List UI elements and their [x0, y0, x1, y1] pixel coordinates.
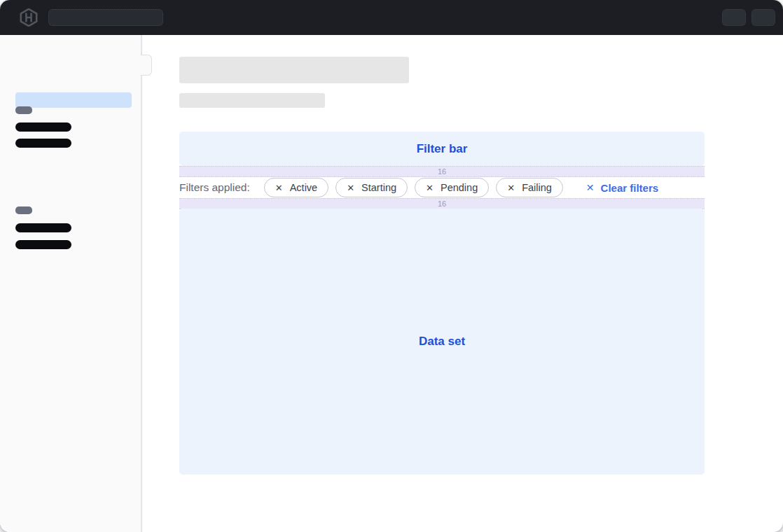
- dismiss-x-icon: ✕: [586, 183, 595, 192]
- spacing-annotation-16-bottom: 16: [179, 198, 705, 209]
- filter-chip-pending[interactable]: ✕ Pending: [415, 178, 489, 197]
- data-set-region: Data set: [179, 209, 705, 475]
- sidebar-section-label-placeholder-1: [15, 106, 32, 114]
- spacing-value: 16: [438, 200, 446, 208]
- sidebar-item-placeholder-1[interactable]: [15, 122, 71, 132]
- applied-filters-row: Filters applied: ✕ Active ✕ Starting ✕ P…: [179, 177, 705, 198]
- spacing-annotation-16-top: 16: [179, 166, 705, 177]
- topbar-button-placeholder-1[interactable]: [722, 9, 746, 26]
- topbar-button-placeholder-2[interactable]: [751, 9, 775, 26]
- filter-chip-label: Starting: [361, 182, 396, 193]
- filter-chip-active[interactable]: ✕ Active: [264, 178, 328, 197]
- filter-chip-label: Active: [290, 182, 318, 193]
- dismiss-x-icon[interactable]: ✕: [347, 183, 354, 192]
- filter-chip-label: Failing: [522, 182, 552, 193]
- app-window: Filter bar 16 Filters applied: ✕ Active …: [0, 0, 783, 532]
- filter-chip-starting[interactable]: ✕ Starting: [335, 178, 408, 197]
- filters-applied-label: Filters applied:: [179, 181, 250, 194]
- search-input-placeholder[interactable]: [48, 9, 163, 26]
- filter-bar-label: Filter bar: [417, 142, 468, 156]
- filter-chip-failing[interactable]: ✕ Failing: [496, 178, 563, 197]
- dismiss-x-icon[interactable]: ✕: [507, 183, 515, 192]
- sidebar: [0, 35, 142, 532]
- hashicorp-logo-icon: [20, 8, 38, 27]
- sidebar-item-placeholder-3[interactable]: [15, 223, 71, 232]
- sidebar-toggle-handle[interactable]: [141, 55, 152, 76]
- page-title-placeholder: [179, 57, 409, 83]
- sidebar-section-label-placeholder-2: [15, 206, 32, 214]
- clear-filters-link[interactable]: ✕ Clear filters: [586, 182, 658, 194]
- dismiss-x-icon[interactable]: ✕: [426, 183, 434, 192]
- clear-filters-label: Clear filters: [601, 182, 659, 194]
- topbar: [0, 0, 783, 35]
- sidebar-item-placeholder-4[interactable]: [15, 240, 71, 249]
- data-set-label: Data set: [419, 335, 465, 349]
- dismiss-x-icon[interactable]: ✕: [275, 183, 283, 192]
- page-subtitle-placeholder: [179, 93, 325, 108]
- spacing-value: 16: [438, 168, 446, 176]
- filter-bar-region: Filter bar: [179, 132, 705, 166]
- filter-chip-label: Pending: [441, 182, 478, 193]
- sidebar-active-item-placeholder[interactable]: [15, 92, 132, 108]
- sidebar-item-placeholder-2[interactable]: [15, 139, 71, 148]
